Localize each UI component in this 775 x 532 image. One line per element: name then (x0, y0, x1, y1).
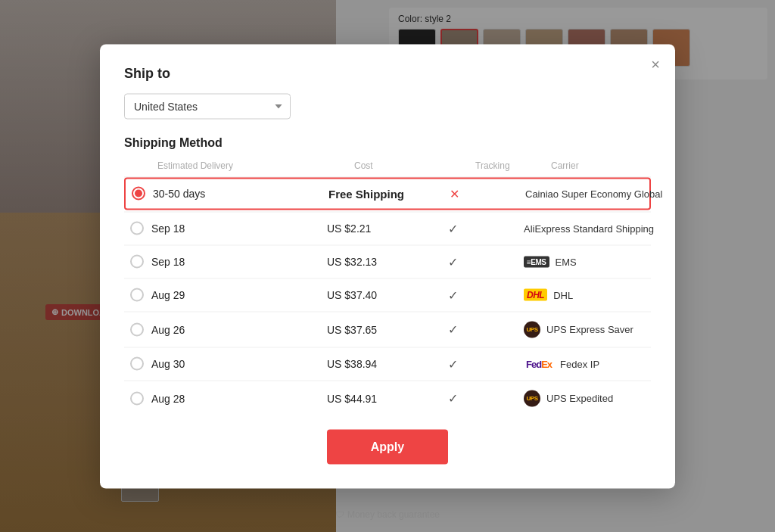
radio-7 (130, 391, 144, 405)
close-button[interactable]: × (651, 56, 660, 71)
row-1-left: 30-50 days (132, 187, 328, 201)
carrier-3: ≡EMS EMS (524, 256, 690, 267)
tracking-5: ✓ (448, 322, 524, 337)
cost-4: US $37.40 (327, 289, 448, 301)
separator-1 (124, 211, 651, 212)
tracking-7: ✓ (448, 391, 524, 406)
row-6-left: Aug 30 (130, 357, 327, 371)
carrier-name-6: Fedex IP (560, 358, 599, 369)
carrier-name-4: DHL (553, 289, 573, 300)
money-back-label: Money back guarantee (347, 509, 440, 520)
cost-2: US $2.21 (327, 222, 448, 235)
header-delivery: Estimated Delivery (157, 160, 354, 170)
ups-logo-5: UPS (524, 321, 540, 338)
cost-1: Free Shipping (328, 187, 450, 200)
delivery-6: Aug 30 (151, 358, 185, 370)
tracking-6: ✓ (448, 356, 524, 371)
tracking-3: ✓ (448, 254, 524, 269)
carrier-6: FedEx Fedex IP (524, 357, 690, 370)
shipping-section-title: Shipping Method (124, 135, 651, 149)
shipping-row-6[interactable]: Aug 30 US $38.94 ✓ FedEx Fedex IP (124, 349, 651, 378)
delivery-1: 30-50 days (153, 188, 205, 200)
country-select[interactable]: United States United Kingdom Canada Aust… (124, 93, 291, 119)
shipping-row-4[interactable]: Aug 29 US $37.40 ✓ DHL DHL (124, 280, 651, 310)
carrier-name-7: UPS Expedited (546, 393, 613, 404)
row-7-left: Aug 28 (130, 391, 327, 405)
cost-3: US $32.13 (327, 256, 448, 268)
radio-2 (130, 222, 144, 235)
radio-6 (130, 357, 144, 371)
ems-logo: ≡EMS (524, 256, 549, 267)
cost-7: US $44.91 (327, 392, 448, 404)
money-back-guarantee: 🛡 Money back guarantee (335, 509, 440, 520)
carrier-7: UPS UPS Expedited (524, 390, 690, 406)
carrier-name-3: EMS (556, 256, 577, 267)
tracking-2: ✓ (448, 221, 524, 235)
separator-5 (124, 347, 651, 347)
shipping-modal: × Ship to United States United Kingdom C… (100, 44, 675, 488)
shipping-row-3[interactable]: Sep 18 US $32.13 ✓ ≡EMS EMS (124, 247, 651, 276)
delivery-4: Aug 29 (151, 289, 185, 301)
carrier-2: AliExpress Standard Shipping (524, 222, 690, 234)
apply-button[interactable]: Apply (327, 429, 448, 464)
carrier-name-2: AliExpress Standard Shipping (524, 222, 654, 234)
cost-6: US $38.94 (327, 358, 448, 370)
row-4-left: Aug 29 (130, 288, 327, 302)
dhl-logo: DHL (524, 289, 547, 301)
shipping-row-5[interactable]: Aug 26 US $37.65 ✓ UPS UPS Express Saver (124, 313, 651, 345)
separator-2 (124, 244, 651, 245)
radio-3 (130, 255, 144, 269)
ups-logo-7: UPS (524, 390, 540, 406)
delivery-2: Sep 18 (151, 222, 185, 235)
separator-3 (124, 278, 651, 278)
separator-4 (124, 311, 651, 312)
fedex-logo: FedEx (524, 357, 554, 370)
row-3-left: Sep 18 (130, 255, 327, 269)
header-carrier: Carrier (551, 160, 717, 170)
radio-5 (130, 322, 144, 336)
table-header: Estimated Delivery Cost Tracking Carrier (124, 160, 651, 177)
modal-title: Ship to (124, 65, 651, 81)
carrier-name-1: Cainiao Super Economy Global (525, 188, 662, 199)
header-tracking: Tracking (475, 160, 551, 170)
cost-5: US $37.65 (327, 323, 448, 335)
separator-6 (124, 380, 651, 381)
radio-4 (130, 288, 144, 302)
carrier-5: UPS UPS Express Saver (524, 321, 690, 338)
tracking-4: ✓ (448, 288, 524, 302)
row-5-left: Aug 26 (130, 322, 327, 336)
delivery-3: Sep 18 (151, 256, 185, 268)
shipping-row-7[interactable]: Aug 28 US $44.91 ✓ UPS UPS Expedited (124, 382, 651, 414)
tracking-1: ✕ (450, 186, 525, 201)
header-cost: Cost (354, 160, 475, 170)
delivery-5: Aug 26 (151, 323, 185, 335)
shipping-row-2[interactable]: Sep 18 US $2.21 ✓ AliExpress Standard Sh… (124, 213, 651, 243)
radio-1 (132, 187, 145, 201)
shipping-row-1[interactable]: 30-50 days Free Shipping ✕ Cainiao Super… (124, 177, 651, 210)
carrier-1: Cainiao Super Economy Global (525, 188, 692, 199)
shield-icon: 🛡 (335, 509, 344, 520)
carrier-name-5: UPS Express Saver (546, 324, 633, 335)
carrier-4: DHL DHL (524, 289, 690, 301)
row-2-left: Sep 18 (130, 222, 327, 235)
delivery-7: Aug 28 (151, 392, 185, 404)
